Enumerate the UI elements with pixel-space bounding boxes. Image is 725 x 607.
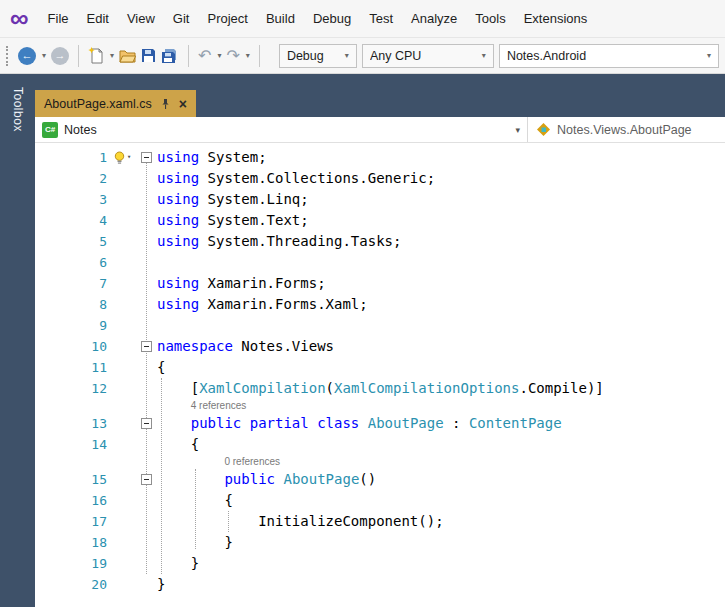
fold-collapse-box[interactable] [141,152,152,163]
chevron-down-icon: ▾ [482,51,486,60]
code-text: { [155,490,233,511]
redo-icon: ↷ [226,48,239,64]
fold-collapse-box[interactable] [141,418,152,429]
close-icon[interactable]: × [179,97,187,111]
quick-actions-lightbulb-icon[interactable]: ▾ [113,147,137,168]
code-line-19[interactable]: 19 } [35,553,725,574]
glyph-margin [113,553,137,574]
open-folder-icon [119,49,136,63]
code-line-11[interactable]: 11{ [35,357,725,378]
code-text: [XamlCompilation(XamlCompilationOptions.… [155,378,604,399]
code-line-5[interactable]: 5using System.Threading.Tasks; [35,231,725,252]
redo-dropdown-chevron-icon[interactable]: ▾ [246,51,250,60]
back-arrow-icon: ← [18,47,36,65]
code-line-14[interactable]: 14 { [35,434,725,455]
project-dropdown[interactable]: C# Notes ▾ [35,117,528,142]
code-line-17[interactable]: 17 InitializeComponent(); [35,511,725,532]
glyph-margin [113,336,137,357]
code-line-1[interactable]: 1▾using System; [35,147,725,168]
menu-item-project[interactable]: Project [198,0,256,37]
code-line-3[interactable]: 3using System.Linq; [35,189,725,210]
code-text: using System.Threading.Tasks; [155,231,401,252]
code-line-18[interactable]: 18 } [35,532,725,553]
menu-items: FileEditViewGitProjectBuildDebugTestAnal… [39,0,597,37]
code-line-20[interactable]: 20} [35,574,725,595]
line-number: 7 [35,273,113,294]
glyph-margin [113,273,137,294]
line-number: 17 [35,511,113,532]
code-line-16[interactable]: 16 { [35,490,725,511]
line-number: 2 [35,168,113,189]
undo-dropdown-chevron-icon[interactable]: ▾ [217,51,221,60]
codelens-references[interactable]: 0 references [35,455,725,469]
code-text: using System.Linq; [155,189,309,210]
project-name: Notes [64,123,97,137]
outlining-margin [137,574,155,595]
glyph-margin [113,511,137,532]
save-button[interactable] [141,44,156,68]
glyph-margin [113,294,137,315]
class-icon [536,122,551,137]
codelens-references[interactable]: 4 references [35,399,725,413]
code-line-9[interactable]: 9 [35,315,725,336]
toolbox-tool-window-tab[interactable]: Toolbox [11,87,25,607]
navigate-back-button[interactable]: ← [18,44,36,68]
line-number: 1 [35,147,113,168]
indent-guide [161,378,162,574]
solution-platform-dropdown[interactable]: Any CPU ▾ [362,44,494,68]
menu-item-debug[interactable]: Debug [304,0,360,37]
code-text: public partial class AboutPage : Content… [155,413,562,434]
back-dropdown-chevron-icon[interactable]: ▾ [42,51,46,60]
menu-item-build[interactable]: Build [257,0,304,37]
undo-button[interactable]: ↶ [198,44,211,68]
fold-collapse-box[interactable] [141,341,152,352]
glyph-margin [113,378,137,399]
glyph-margin [113,210,137,231]
line-number: 13 [35,413,113,434]
glyph-margin [113,189,137,210]
toolbar: ← ▾ → ▾ ↶ [0,38,725,74]
document-tab-well: AboutPage.xaml.cs × [35,74,725,117]
menu-item-tools[interactable]: Tools [466,0,514,37]
code-editor[interactable]: 1▾using System;2using System.Collections… [35,143,725,607]
line-number: 20 [35,574,113,595]
code-line-2[interactable]: 2using System.Collections.Generic; [35,168,725,189]
type-member-dropdown[interactable]: Notes.Views.AboutPage [528,117,725,142]
save-all-button[interactable] [161,44,179,68]
open-file-button[interactable] [119,44,136,68]
menu-item-git[interactable]: Git [164,0,199,37]
code-line-8[interactable]: 8using Xamarin.Forms.Xaml; [35,294,725,315]
code-line-4[interactable]: 4using System.Text; [35,210,725,231]
menu-item-edit[interactable]: Edit [78,0,118,37]
editor-rows: 1▾using System;2using System.Collections… [35,147,725,595]
new-file-dropdown-chevron-icon[interactable]: ▾ [110,51,114,60]
tab-aboutpage-xaml-cs[interactable]: AboutPage.xaml.cs × [35,90,196,117]
glyph-margin [113,490,137,511]
menu-item-extensions[interactable]: Extensions [515,0,597,37]
new-file-button[interactable] [88,44,104,68]
code-line-6[interactable]: 6 [35,252,725,273]
code-line-12[interactable]: 12 [XamlCompilation(XamlCompilationOptio… [35,378,725,399]
startup-project-dropdown[interactable]: Notes.Android ▾ [499,44,719,68]
code-line-13[interactable]: 13 public partial class AboutPage : Cont… [35,413,725,434]
code-text: using System.Text; [155,210,309,231]
menu-item-analyze[interactable]: Analyze [402,0,466,37]
solution-configuration-dropdown[interactable]: Debug ▾ [279,44,357,68]
code-line-10[interactable]: 10namespace Notes.Views [35,336,725,357]
navigate-forward-button[interactable]: → [51,44,69,68]
fold-collapse-box[interactable] [141,474,152,485]
menu-item-test[interactable]: Test [360,0,402,37]
menu-item-file[interactable]: File [39,0,78,37]
pin-icon[interactable] [160,98,171,110]
chevron-down-icon: ▾ [515,125,520,135]
code-text [155,315,157,336]
toolbar-drag-grip[interactable] [6,46,10,66]
menu-item-view[interactable]: View [118,0,164,37]
code-text: { [155,357,165,378]
code-line-7[interactable]: 7using Xamarin.Forms; [35,273,725,294]
code-line-15[interactable]: 15 public AboutPage() [35,469,725,490]
code-text: namespace Notes.Views [155,336,334,357]
left-dock-strip: Toolbox [0,74,35,607]
redo-button[interactable]: ↷ [226,44,239,68]
glyph-margin [113,574,137,595]
